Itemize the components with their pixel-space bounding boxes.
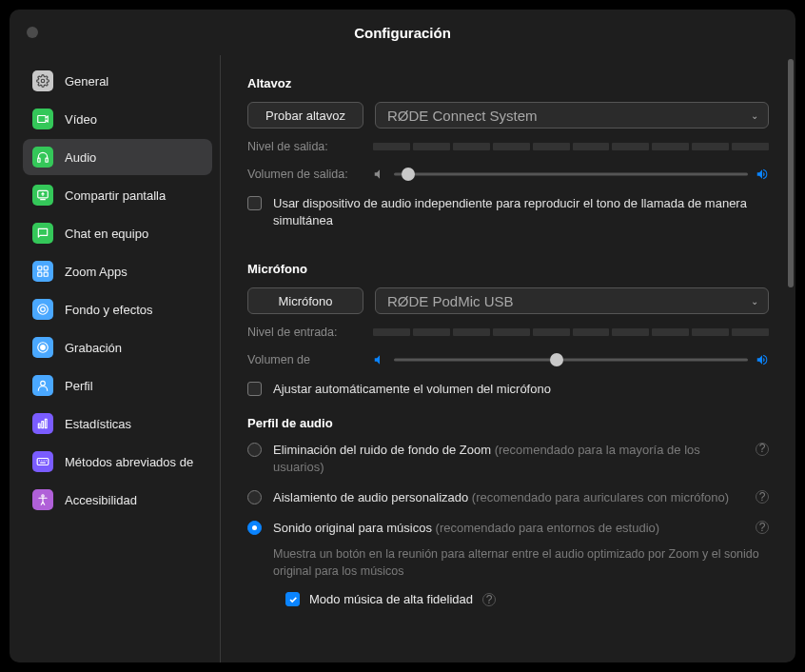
- audio-profile-label: Aislamiento de audio personalizado (reco…: [273, 489, 744, 506]
- record-icon: [32, 337, 53, 358]
- svg-rect-4: [38, 267, 42, 270]
- test-microphone-button[interactable]: Micrófono: [247, 287, 363, 314]
- sidebar-item-effects[interactable]: Fondo y efectos: [23, 291, 212, 327]
- help-icon[interactable]: ?: [756, 490, 769, 504]
- sidebar-item-apps[interactable]: Zoom Apps: [23, 253, 212, 289]
- auto-adjust-mic-label: Ajustar automáticamente el volumen del m…: [273, 381, 551, 398]
- svg-rect-13: [38, 424, 40, 428]
- svg-rect-2: [46, 158, 48, 162]
- test-speaker-button[interactable]: Probar altavoz: [247, 102, 363, 128]
- sidebar-item-label: Compartir pantalla: [65, 188, 166, 203]
- sidebar-item-label: Grabación: [65, 341, 122, 355]
- audio-profile-description: Muestra un botón en la reunión para alte…: [273, 546, 769, 580]
- sidebar-item-chat[interactable]: Chat en equipo: [23, 215, 212, 251]
- speaker-device-value: RØDE Connect System: [387, 108, 538, 124]
- speaker-low-icon: [373, 168, 386, 181]
- sidebar-item-label: Audio: [65, 150, 96, 165]
- help-icon[interactable]: ?: [756, 443, 769, 456]
- sidebar-item-label: Vídeo: [65, 112, 97, 127]
- svg-rect-15: [45, 419, 47, 427]
- speaker-high-icon: [756, 168, 769, 181]
- svg-rect-16: [37, 459, 49, 465]
- input-volume-slider[interactable]: [394, 350, 748, 369]
- effects-icon: [32, 299, 53, 320]
- sidebar-item-label: Chat en equipo: [65, 227, 148, 241]
- window-title: Configuración: [10, 25, 795, 41]
- apps-icon: [32, 261, 53, 282]
- independent-ringtone-checkbox[interactable]: [247, 196, 262, 210]
- sidebar-item-headphones[interactable]: Audio: [23, 139, 212, 175]
- sidebar-item-label: Fondo y efectos: [65, 303, 153, 317]
- sidebar-item-label: Accesibilidad: [65, 493, 137, 507]
- titlebar: Configuración: [10, 10, 795, 55]
- video-icon: [32, 109, 53, 129]
- svg-point-11: [41, 346, 46, 350]
- svg-rect-6: [38, 272, 42, 276]
- speaker-high-icon: [756, 353, 769, 366]
- svg-rect-5: [44, 267, 48, 270]
- sidebar-item-keyboard[interactable]: Métodos abreviados de: [23, 444, 212, 480]
- audio-profile-section-title: Perfil de audio: [247, 416, 769, 430]
- microphone-device-select[interactable]: RØDE PodMic USB ⌄: [375, 287, 769, 314]
- svg-point-17: [42, 495, 44, 497]
- sidebar-item-share[interactable]: Compartir pantalla: [23, 177, 212, 213]
- close-window-button[interactable]: [27, 27, 38, 38]
- sidebar-item-label: Métodos abreviados de: [65, 455, 193, 469]
- input-volume-label: Volumen de: [247, 353, 360, 366]
- share-icon: [32, 185, 53, 206]
- sidebar-item-label: Perfil: [65, 379, 93, 393]
- help-icon[interactable]: ?: [482, 593, 496, 606]
- sidebar-item-stats[interactable]: Estadísticas: [23, 405, 212, 442]
- sidebar-item-label: General: [65, 74, 108, 89]
- stats-icon: [32, 413, 53, 434]
- sidebar-item-record[interactable]: Grabación: [23, 329, 212, 366]
- microphone-device-value: RØDE PodMic USB: [387, 293, 514, 309]
- chevron-down-icon: ⌄: [751, 110, 758, 121]
- accessibility-icon: [32, 489, 53, 510]
- audio-profile-label: Eliminación del ruido de fondo de Zoom (…: [273, 442, 744, 476]
- audio-profile-radio-1[interactable]: [247, 490, 262, 504]
- hifi-music-mode-label: Modo música de alta fidelidad: [309, 592, 473, 606]
- sidebar-item-video[interactable]: Vídeo: [23, 101, 212, 137]
- svg-point-9: [41, 307, 46, 312]
- svg-rect-14: [42, 422, 44, 428]
- output-volume-slider[interactable]: [394, 165, 748, 184]
- svg-point-8: [38, 305, 49, 315]
- window-controls: [27, 27, 38, 38]
- sidebar-item-label: Estadísticas: [65, 417, 131, 431]
- profile-icon: [32, 375, 53, 396]
- chevron-down-icon: ⌄: [751, 296, 758, 306]
- audio-profile-radio-0[interactable]: [247, 443, 262, 457]
- sidebar-item-accessibility[interactable]: Accesibilidad: [23, 482, 212, 518]
- input-level-meter: [373, 328, 769, 336]
- microphone-section-title: Micrófono: [247, 262, 769, 276]
- sidebar-item-label: Zoom Apps: [65, 265, 128, 279]
- sidebar-item-profile[interactable]: Perfil: [23, 367, 212, 404]
- output-level-label: Nivel de salida:: [247, 140, 360, 153]
- svg-rect-1: [38, 158, 40, 162]
- auto-adjust-mic-checkbox[interactable]: [247, 382, 262, 396]
- audio-profile-radio-2[interactable]: [247, 521, 262, 535]
- svg-point-0: [41, 79, 45, 83]
- output-volume-label: Volumen de salida:: [247, 168, 360, 181]
- audio-profile-label: Sonido original para músicos (recomendad…: [273, 520, 744, 537]
- independent-ringtone-label: Usar dispositivo de audio independiente …: [273, 195, 769, 229]
- svg-point-12: [41, 381, 46, 385]
- settings-content: Altavoz Probar altavoz RØDE Connect Syst…: [221, 55, 795, 662]
- speaker-section-title: Altavoz: [247, 76, 769, 90]
- speaker-device-select[interactable]: RØDE Connect System ⌄: [375, 102, 769, 128]
- svg-rect-7: [44, 272, 48, 276]
- headphones-icon: [32, 147, 53, 168]
- gear-icon: [32, 70, 53, 91]
- content-scrollbar[interactable]: [788, 59, 794, 659]
- keyboard-icon: [32, 451, 53, 472]
- speaker-low-icon: [373, 353, 386, 366]
- settings-window: Configuración GeneralVídeoAudioCompartir…: [10, 10, 795, 662]
- output-level-meter: [373, 143, 769, 150]
- input-level-label: Nivel de entrada:: [247, 326, 360, 339]
- sidebar-item-gear[interactable]: General: [23, 63, 212, 99]
- chat-icon: [32, 223, 53, 244]
- hifi-music-mode-checkbox[interactable]: [285, 592, 300, 606]
- help-icon[interactable]: ?: [756, 521, 769, 534]
- settings-sidebar: GeneralVídeoAudioCompartir pantallaChat …: [10, 55, 221, 662]
